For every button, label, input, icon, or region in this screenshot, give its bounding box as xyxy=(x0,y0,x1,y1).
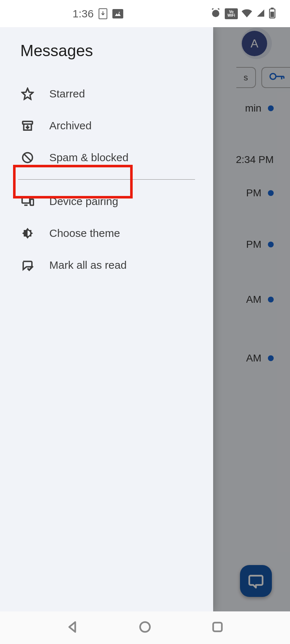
status-bar: 1:36 VoWiFi xyxy=(0,0,290,27)
signal-icon xyxy=(256,9,265,19)
download-icon xyxy=(99,8,107,19)
svg-point-1 xyxy=(212,10,219,17)
scrim-overlay[interactable] xyxy=(213,27,290,611)
svg-line-8 xyxy=(24,154,31,161)
drawer-item-choose-theme[interactable]: Choose theme xyxy=(0,217,213,249)
status-left: 1:36 xyxy=(72,8,123,20)
drawer-item-label: Device pairing xyxy=(49,195,118,208)
theme-icon xyxy=(20,226,35,241)
drawer-item-label: Archived xyxy=(49,120,92,132)
drawer-item-label: Starred xyxy=(49,88,85,100)
svg-rect-6 xyxy=(23,121,33,124)
recent-button[interactable] xyxy=(211,620,224,635)
wifi-icon xyxy=(241,9,252,19)
drawer-item-starred[interactable]: Starred xyxy=(0,78,213,110)
drawer-item-mark-all-read[interactable]: Mark all as read xyxy=(0,249,213,281)
divider xyxy=(18,179,195,180)
device-pair-icon xyxy=(20,194,35,209)
drawer-item-label: Spam & blocked xyxy=(49,151,128,164)
svg-point-0 xyxy=(119,12,120,13)
back-button[interactable] xyxy=(66,620,79,635)
navigation-bar xyxy=(0,611,290,644)
drawer-item-label: Mark all as read xyxy=(49,259,127,271)
image-icon xyxy=(112,9,123,18)
alarm-icon xyxy=(210,8,221,20)
mark-read-icon xyxy=(20,258,35,272)
star-icon xyxy=(20,87,35,101)
svg-point-12 xyxy=(140,622,150,632)
home-button[interactable] xyxy=(138,620,152,635)
svg-rect-9 xyxy=(22,198,30,203)
svg-rect-11 xyxy=(30,199,34,205)
navigation-drawer: Messages Starred Archived Spam & blocked… xyxy=(0,27,213,611)
svg-rect-3 xyxy=(270,12,274,17)
svg-rect-4 xyxy=(271,8,274,9)
vowifi-icon: VoWiFi xyxy=(225,8,238,19)
drawer-item-spam-blocked[interactable]: Spam & blocked xyxy=(0,142,213,173)
battery-icon xyxy=(269,8,276,20)
drawer-item-archived[interactable]: Archived xyxy=(0,110,213,142)
svg-rect-13 xyxy=(213,623,222,631)
status-time: 1:36 xyxy=(72,8,94,20)
drawer-item-device-pairing[interactable]: Device pairing xyxy=(0,185,213,217)
drawer-item-label: Choose theme xyxy=(49,227,120,239)
archive-icon xyxy=(20,118,35,133)
drawer-title: Messages xyxy=(0,42,213,60)
status-right: VoWiFi xyxy=(210,8,276,20)
block-icon xyxy=(20,150,35,165)
